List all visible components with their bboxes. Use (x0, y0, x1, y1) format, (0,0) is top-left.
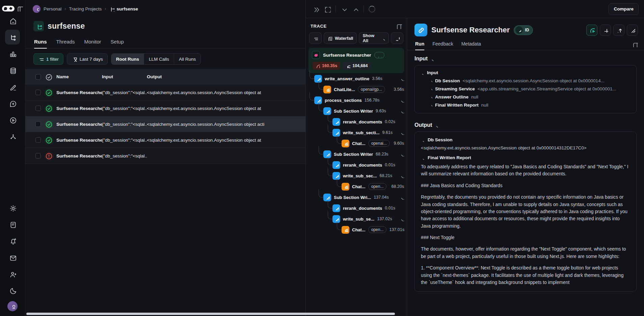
link-icon (325, 109, 330, 113)
hourglass-icon (72, 56, 77, 62)
collapse-all-button[interactable] (391, 32, 403, 44)
trace-node[interactable]: Sub Section Writer 9.63s (308, 106, 404, 116)
sidebar-item-invite[interactable] (5, 266, 20, 281)
column-header-name[interactable]: Name (56, 74, 102, 79)
tab-runs[interactable]: Runs (34, 39, 47, 48)
chevron-down-icon[interactable] (399, 109, 404, 113)
trace-node[interactable]: rerank_documents 0.01s (308, 160, 404, 170)
trace-node[interactable]: ChatLite... openai/gp... 3.56s (308, 84, 404, 95)
open-in-playground-button[interactable] (586, 25, 597, 36)
sidebar-collapse-icon[interactable] (17, 5, 23, 11)
table-row[interactable]: Surfsense Researcher {"db_session":"<sql… (25, 100, 305, 116)
next-run-chevron-up-icon[interactable] (352, 6, 359, 12)
row-checkbox[interactable] (35, 153, 41, 159)
project-icon (33, 21, 44, 31)
sidebar-item-hub[interactable] (5, 129, 20, 144)
sidebar-item-docs[interactable] (5, 217, 20, 232)
chevron-down-icon[interactable] (399, 195, 404, 200)
row-checkbox[interactable] (35, 137, 41, 143)
waterfall-view-button[interactable]: Waterfall (324, 32, 357, 44)
breadcrumb-personal[interactable]: Personal (44, 6, 61, 11)
link-icon (334, 217, 339, 221)
output-db-session-toggle[interactable]: Db Session (421, 137, 630, 142)
segment-llm-calls[interactable]: LLM Calls (144, 54, 174, 64)
tab-feedback[interactable]: Feedback (432, 41, 453, 50)
segment-all-runs[interactable]: All Runs (174, 54, 200, 64)
tab-run[interactable]: Run (415, 41, 424, 50)
sidebar-item-inbox[interactable] (5, 250, 20, 265)
sidebar-item-prompts[interactable] (5, 96, 20, 111)
langsmith-logo[interactable] (2, 6, 15, 11)
trace-node[interactable]: Sub Section Wri... 137.04s (308, 192, 404, 203)
input-field-db-session[interactable]: Db Session <sqlalchemy.ext.asyncio.sessi… (420, 78, 631, 83)
row-checkbox[interactable] (35, 106, 41, 111)
output-section-header[interactable]: Output (414, 122, 637, 128)
chevron-down-icon[interactable] (399, 130, 404, 135)
sidebar-item-monitoring[interactable] (5, 46, 20, 61)
split-panel-icon[interactable] (632, 41, 638, 47)
select-all-checkbox[interactable] (35, 74, 41, 80)
chevron-down-icon[interactable] (399, 152, 404, 156)
show-all-dropdown[interactable]: Show All (359, 32, 389, 44)
chevron-down-icon[interactable] (399, 217, 404, 221)
share-button[interactable] (613, 25, 624, 36)
sidebar-item-datasets[interactable] (5, 63, 20, 78)
trace-node[interactable]: Sub Section Writer 68.23s (308, 149, 404, 160)
segment-root-runs[interactable]: Root Runs (111, 54, 144, 64)
root-run-name: Surfsense Researcher (323, 53, 371, 58)
tab-monitor[interactable]: Monitor (84, 39, 101, 48)
table-row-selected[interactable]: Surfsense Researcher {"db_session":"<sql… (25, 116, 305, 132)
tab-threads[interactable]: Threads (56, 39, 75, 48)
sidebar-item-playground[interactable] (5, 112, 20, 127)
sidebar-item-home[interactable] (5, 13, 20, 28)
date-range-button[interactable]: Last 7 days (67, 53, 108, 65)
sidebar-item-notifications[interactable] (5, 233, 20, 248)
breadcrumb-tracing-projects[interactable]: Tracing Projects (69, 6, 102, 11)
add-to-dataset-button[interactable] (600, 25, 611, 36)
trace-node[interactable]: write_sub_secti... 9.61s (308, 127, 404, 138)
table-row[interactable]: Surfsense Researcher {"db_session":"<sql… (25, 148, 305, 164)
compare-button[interactable]: Compare (609, 3, 639, 15)
chevron-down-icon[interactable] (399, 98, 404, 103)
llm-icon (342, 140, 349, 147)
split-panel-icon[interactable] (396, 23, 402, 29)
column-header-input[interactable]: Input (102, 74, 147, 79)
table-row[interactable]: Surfsense Researcher {"db_session":"<sql… (25, 132, 305, 148)
collapse-panel-icon[interactable] (313, 6, 319, 12)
trace-node[interactable]: rerank_documents 0.01s (308, 203, 404, 213)
column-header-output[interactable]: Output (147, 74, 305, 79)
tab-setup[interactable]: Setup (111, 39, 124, 48)
horizontal-scrollbar[interactable] (26, 313, 395, 315)
user-avatar[interactable] (7, 301, 18, 311)
sidebar-item-annotation[interactable] (5, 79, 20, 94)
sidebar-item-settings[interactable] (5, 200, 20, 215)
output-final-report-toggle[interactable]: Final Written Report (421, 155, 630, 160)
row-checkbox[interactable] (35, 121, 41, 127)
filter-count-button[interactable]: 1 filter (33, 53, 63, 65)
run-id-button[interactable]: ID (514, 25, 533, 35)
input-root-toggle[interactable]: Input (420, 70, 631, 75)
trace-root-node[interactable]: Surfsense Researcher 160.35s 104,684 (308, 48, 404, 73)
fullscreen-icon[interactable] (324, 6, 331, 12)
trace-node[interactable]: write_sub_sec... 68.21s (308, 170, 404, 181)
input-field-answer-outline[interactable]: Answer Outline null (420, 94, 631, 99)
breadcrumb-project[interactable]: surfsense (109, 6, 138, 11)
trace-node[interactable]: Chat... open... 137.01s (308, 224, 404, 235)
input-field-streaming-service[interactable]: Streaming Service <app.utils.streaming_s… (420, 86, 631, 91)
chevron-down-icon[interactable] (399, 76, 404, 81)
input-section-header[interactable]: Input (414, 56, 637, 62)
row-checkbox[interactable] (35, 90, 41, 95)
annotate-button[interactable] (627, 25, 638, 36)
llm-icon (323, 86, 331, 93)
trace-filter-button[interactable] (309, 32, 322, 44)
trace-node[interactable]: write_sub_se... 137.02s (308, 213, 404, 224)
sidebar-item-tracing-projects[interactable] (5, 30, 20, 45)
workspace-avatar[interactable] (33, 5, 41, 13)
sidebar-item-theme[interactable] (5, 283, 20, 298)
input-field-final-written-report[interactable]: Final Written Report null (420, 103, 631, 108)
prev-run-chevron-down-icon[interactable] (341, 6, 347, 12)
trace-node[interactable]: rerank_documents 0.02s (308, 116, 404, 127)
chevron-down-icon[interactable] (399, 173, 404, 178)
tab-metadata[interactable]: Metadata (461, 41, 481, 50)
table-row[interactable]: Surfsense Researcher {"db_session":"<sql… (25, 85, 305, 100)
